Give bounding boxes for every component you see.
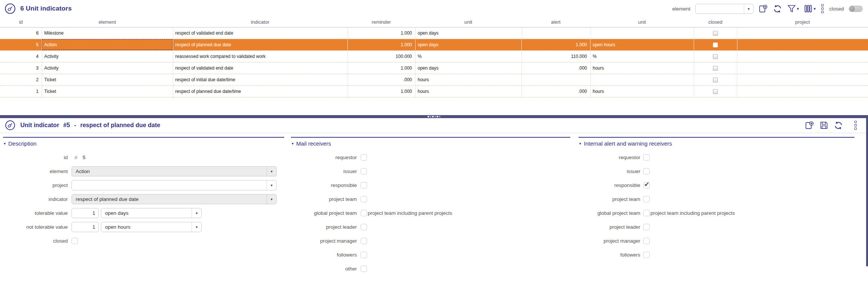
col-header-project[interactable]: project [737, 17, 868, 27]
section-mail-receivers: ▾ Mail receivers requestor issuer respon… [291, 137, 570, 276]
mail-issuer-checkbox[interactable] [361, 168, 367, 175]
columns-icon[interactable]: ▾ [804, 4, 816, 13]
table-row[interactable]: 6 Milestone respect of validated end dat… [0, 27, 868, 39]
chevron-down-icon: ▾ [744, 4, 753, 14]
triangle-collapse-icon: ▾ [292, 141, 294, 146]
internal-project-manager-checkbox[interactable] [643, 238, 650, 244]
section-title-mail-receivers[interactable]: ▾ Mail receivers [291, 138, 570, 147]
add-icon[interactable] [805, 121, 814, 130]
unit-indicators-screen: 6 Unit indicators element ▾ [0, 0, 868, 281]
col-header-unit[interactable]: unit [415, 17, 521, 27]
splitter-handle[interactable] [0, 115, 868, 118]
closed-toggle[interactable] [849, 6, 863, 12]
splitter-dots-icon [428, 116, 440, 117]
hash-symbol: # [75, 155, 78, 160]
internal-requestor-checkbox[interactable] [643, 154, 650, 161]
tolerable-value-input[interactable] [72, 208, 99, 218]
section-internal-receivers: ▾ Internal alert and warning receivers r… [579, 137, 854, 276]
mail-requestor-checkbox[interactable] [361, 154, 367, 161]
internal-global-project-team-checkbox[interactable] [643, 210, 650, 216]
element-select[interactable]: Action ▾ [72, 166, 277, 176]
tolerable-unit-select[interactable]: open days ▾ [101, 208, 202, 218]
col-header-indicator[interactable]: indicator [173, 17, 347, 27]
chevron-down-icon: ▾ [192, 208, 201, 218]
closed-checkbox[interactable] [713, 54, 718, 59]
chevron-down-icon: ▾ [266, 167, 276, 176]
internal-project-team-checkbox[interactable] [643, 196, 650, 202]
mail-responsible-checkbox[interactable] [361, 182, 367, 188]
col-header-id[interactable]: id [0, 17, 42, 27]
add-icon[interactable] [758, 4, 768, 14]
col-header-element[interactable]: element [42, 17, 173, 27]
table-row-selected[interactable]: 5 Action respect of planned due date 1.0… [0, 39, 868, 50]
closed-checkbox[interactable] [713, 66, 718, 71]
mail-global-project-team-checkbox[interactable] [361, 210, 367, 216]
detail-title: Unit indicator #5 - respect of planned d… [20, 122, 164, 129]
refresh-icon[interactable] [773, 4, 782, 14]
internal-issuer-checkbox[interactable] [643, 168, 650, 175]
table-row[interactable]: 3 Activity respect of validated end date… [0, 62, 868, 74]
table-row[interactable]: 2 Ticket respect of initial due date/tim… [0, 74, 868, 85]
project-select[interactable]: ▾ [72, 180, 277, 190]
not-tolerable-unit-select[interactable]: open hours ▾ [101, 222, 202, 232]
detail-panel: Unit indicator #5 - respect of planned d… [0, 118, 868, 266]
section-title-internal-receivers[interactable]: ▾ Internal alert and warning receivers [579, 138, 854, 147]
panel-collapse-rail[interactable] [866, 115, 868, 266]
closed-filter-label: closed [829, 6, 844, 12]
field-not-tolerable-value: not tolerable value open hours ▾ [3, 220, 284, 234]
chevron-down-icon: ▾ [192, 222, 201, 232]
refresh-icon[interactable] [834, 121, 843, 130]
section-title-description[interactable]: ▾ Description [3, 138, 284, 147]
mail-other-checkbox[interactable] [361, 266, 367, 272]
not-tolerable-value-input[interactable] [72, 222, 99, 232]
closed-checkbox[interactable] [713, 77, 718, 82]
triangle-collapse-icon: ▾ [4, 141, 6, 146]
internal-followers-checkbox[interactable] [643, 252, 650, 258]
save-icon[interactable] [819, 121, 828, 130]
chevron-down-icon: ▾ [266, 181, 276, 190]
field-closed: closed [3, 234, 284, 248]
table-row[interactable]: 1 Ticket respect of planned due date/tim… [0, 85, 868, 97]
element-filter-label: element [672, 6, 690, 12]
indicators-table: id element indicator reminder unit alert… [0, 17, 868, 97]
page-title: 6 Unit indicators [20, 5, 72, 12]
list-empty-space [0, 97, 868, 115]
mail-project-leader-checkbox[interactable] [361, 224, 367, 230]
kebab-icon[interactable] [854, 121, 857, 130]
field-indicator: indicator respect of planned due date ▾ [3, 192, 284, 206]
toggle-knob [849, 6, 855, 12]
mail-project-manager-checkbox[interactable] [361, 238, 367, 244]
indicator-select[interactable]: respect of planned due date ▾ [72, 194, 277, 204]
internal-responsible-checkbox[interactable] [643, 182, 650, 188]
closed-checkbox[interactable] [72, 238, 78, 244]
mail-followers-checkbox[interactable] [361, 252, 367, 258]
internal-project-leader-checkbox[interactable] [643, 224, 650, 230]
list-toolbar: 6 Unit indicators element ▾ [0, 0, 868, 17]
chevron-down-icon: ▾ [266, 194, 276, 204]
element-filter-select[interactable]: ▾ [695, 4, 754, 14]
closed-checkbox[interactable] [713, 43, 718, 47]
field-project: project ▾ [3, 178, 284, 192]
section-description: ▾ Description id # 5 element Action ▾ [3, 137, 284, 276]
filter-icon[interactable]: ▾ [787, 5, 799, 13]
detail-form: ▾ Description id # 5 element Action ▾ [0, 133, 868, 276]
col-header-reminder[interactable]: reminder [347, 17, 415, 27]
kebab-icon[interactable] [821, 4, 824, 13]
gauge-icon [4, 2, 17, 15]
col-header-closed[interactable]: closed [694, 17, 737, 27]
detail-header: Unit indicator #5 - respect of planned d… [0, 118, 868, 133]
closed-checkbox[interactable] [713, 31, 718, 36]
field-element: element Action ▾ [3, 164, 284, 178]
triangle-collapse-icon: ▾ [579, 141, 581, 146]
col-header-unit2[interactable]: unit [590, 17, 694, 27]
table-header-row: id element indicator reminder unit alert… [0, 17, 868, 27]
field-tolerable-value: tolerable value open days ▾ [3, 206, 284, 220]
field-id: id # 5 [3, 150, 284, 164]
table-row[interactable]: 4 Activity reassessed work compared to v… [0, 50, 868, 62]
chevron-down-icon: ▾ [813, 6, 816, 11]
chevron-down-icon: ▾ [797, 6, 799, 11]
mail-project-team-checkbox[interactable] [361, 196, 367, 202]
closed-checkbox[interactable] [713, 89, 718, 94]
gauge-icon [4, 119, 17, 132]
col-header-alert[interactable]: alert [521, 17, 590, 27]
